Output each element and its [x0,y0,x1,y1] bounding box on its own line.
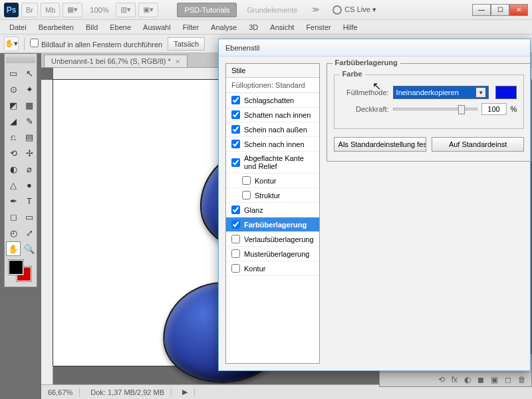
style-item[interactable]: Struktur [226,188,319,203]
tool-21[interactable]: ⤢ [22,225,37,240]
style-item[interactable]: Verlaufsüberlagerung [226,232,319,247]
style-item[interactable]: Schatten nach innen [226,108,319,122]
tool-13[interactable]: ⌀ [22,162,37,176]
tool-17[interactable]: T [22,194,37,208]
styles-header[interactable]: Stile [226,64,319,78]
screen-mode-button[interactable]: ▣▾ [138,3,158,17]
window-minimize-button[interactable]: — [472,4,491,16]
tool-12[interactable]: ◐ [6,162,21,176]
tool-10[interactable]: ⟲ [6,146,21,160]
tool-8[interactable]: ⎌ [6,130,21,144]
style-checkbox[interactable] [231,140,240,148]
tool-15[interactable]: ● [22,178,37,192]
overlay-color-swatch[interactable] [495,86,517,99]
menu-filter[interactable]: Filter [178,21,204,33]
menu-auswahl[interactable]: Auswahl [138,21,176,33]
style-item[interactable]: Kontur [226,261,319,276]
foreground-color-swatch[interactable] [9,260,23,275]
style-item[interactable]: Schlagschatten [226,93,319,108]
slider-thumb[interactable] [458,105,465,114]
menu-hilfe[interactable]: Hilfe [338,21,363,33]
style-checkbox[interactable] [231,125,240,134]
tool-19[interactable]: ▭ [22,209,37,224]
window-maximize-button[interactable]: ☐ [491,4,509,16]
tool-2[interactable]: ⊙ [6,82,21,96]
layers-footer-icon[interactable]: ◐ [464,375,471,384]
style-checkbox[interactable] [231,205,240,214]
layers-footer-icon[interactable]: ◻ [505,375,511,384]
menu-3d[interactable]: 3D [243,21,263,33]
style-item[interactable]: Schein nach innen [226,137,319,152]
view-extras-button[interactable]: ▦▾ [63,3,82,17]
tool-4[interactable]: ◩ [6,98,21,112]
tool-3[interactable]: ✦ [22,82,37,96]
dialog-titlebar[interactable]: Ebenenstil [219,39,530,57]
style-item[interactable]: Farbüberlagerung [226,217,319,232]
blend-mode-select[interactable]: Ineinanderkopieren ▼ [393,86,489,99]
tool-9[interactable]: ▤ [22,130,37,144]
style-item[interactable]: Glanz [226,203,319,217]
minibridge-button[interactable]: Mb [41,3,60,17]
menu-ebene[interactable]: Ebene [104,21,136,33]
layers-footer-icon[interactable]: ▣ [491,375,498,384]
tool-22[interactable]: ✋ [6,241,21,256]
status-zoom[interactable]: 66,67% [45,388,80,396]
hand-tool-icon[interactable]: ✋▾ [4,37,19,51]
layers-footer-icon[interactable]: 🗑 [518,375,526,384]
style-checkbox[interactable] [242,176,251,185]
style-checkbox[interactable] [231,235,240,243]
tool-0[interactable]: ▭ [6,66,21,80]
style-item[interactable]: Kontur [226,174,319,188]
status-doc-size[interactable]: Dok: 1,37 MB/2,92 MB [88,388,172,396]
tool-7[interactable]: ✎ [22,114,37,128]
cs-live[interactable]: CS Live ▾ [332,5,376,15]
style-item[interactable]: Schein nach außen [226,122,319,137]
arrange-button[interactable]: ▥▾ [116,3,136,17]
menu-bearbeiten[interactable]: Bearbeiten [33,21,79,33]
document-tab[interactable]: Unbenannt-1 bei 66,7% (S, RGB/8) * ✕ [44,55,188,67]
tool-18[interactable]: ◻ [6,209,21,224]
style-checkbox[interactable] [231,96,240,104]
menu-ansicht[interactable]: Ansicht [265,21,299,33]
style-checkbox[interactable] [242,191,251,200]
toolbox-grip[interactable] [6,57,35,63]
color-swatches[interactable] [6,260,35,284]
style-checkbox[interactable] [231,264,240,273]
style-checkbox[interactable] [231,158,240,167]
style-item[interactable]: Musterüberlagerung [226,247,319,261]
style-checkbox[interactable] [231,220,240,229]
tool-14[interactable]: △ [6,178,21,192]
tool-1[interactable]: ↖ [22,66,37,80]
tool-11[interactable]: ✢ [22,146,37,160]
menu-datei[interactable]: Datei [4,21,32,33]
layers-footer-icon[interactable]: ⟲ [438,375,445,384]
opacity-input[interactable] [481,103,507,115]
window-close-button[interactable]: ✕ [509,4,528,16]
actual-pixels-button[interactable]: Tatsäch [168,37,205,51]
tool-5[interactable]: ▦ [22,98,37,112]
style-checkbox[interactable] [231,110,240,119]
layers-footer-icon[interactable]: fx [452,375,458,384]
workspace-tab-inactive[interactable]: Grundelemente [239,3,305,17]
menu-fenster[interactable]: Fenster [301,21,336,33]
zoom-level[interactable]: 100% [85,3,113,17]
tool-23[interactable]: 🔍 [22,241,37,256]
make-default-button[interactable]: Als Standardeinstellung festlegen [334,137,426,152]
workspace-more-button[interactable]: ≫ [307,3,325,17]
reset-default-button[interactable]: Auf Standardeinst [432,137,524,152]
menu-analyse[interactable]: Analyse [205,21,242,33]
scroll-all-windows-checkbox[interactable]: Bildlauf in allen Fenstern durchführen [30,39,162,49]
tool-6[interactable]: ◢ [6,114,21,128]
workspace-tab-active[interactable]: PSD-Tutorials [177,3,237,17]
tool-16[interactable]: ✒ [6,194,21,208]
style-item[interactable]: Abgeflachte Kante und Relief [226,152,319,174]
close-icon[interactable]: ✕ [175,58,180,65]
style-checkbox[interactable] [231,249,240,258]
status-arrow[interactable]: ▶ [180,388,195,396]
tool-20[interactable]: ◴ [6,225,21,240]
menu-bild[interactable]: Bild [80,21,103,33]
blending-options-row[interactable]: Fülloptionen: Standard [226,78,319,93]
layers-footer-icon[interactable]: ◼ [477,375,484,384]
opacity-slider[interactable] [393,108,477,110]
bridge-button[interactable]: Br [21,3,38,17]
